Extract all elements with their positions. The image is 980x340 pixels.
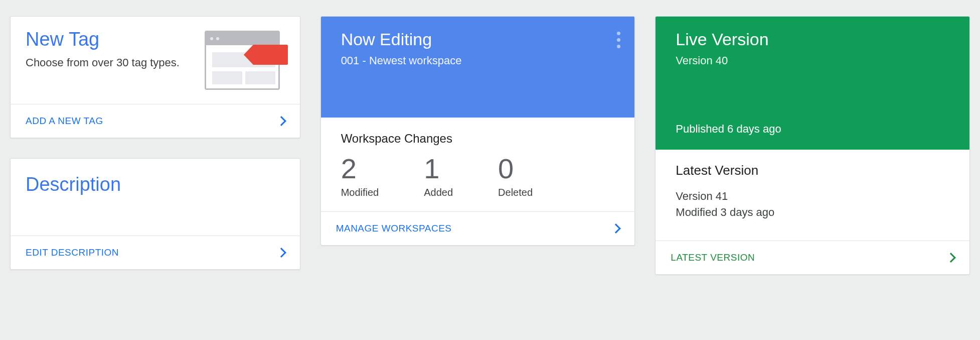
live-version-title: Live Version: [676, 30, 952, 49]
modified-count[interactable]: 2: [341, 155, 379, 183]
description-card: Description EDIT DESCRIPTION: [10, 158, 300, 270]
chevron-right-icon: [276, 116, 286, 126]
more-menu-icon[interactable]: [617, 32, 620, 48]
new-tag-subtitle: Choose from over 30 tag types.: [26, 55, 180, 71]
new-tag-title: New Tag: [26, 29, 180, 50]
latest-version-button[interactable]: LATEST VERSION: [656, 241, 969, 274]
edit-description-button[interactable]: EDIT DESCRIPTION: [11, 236, 300, 269]
workspace-changes-title: Workspace Changes: [341, 132, 615, 146]
now-editing-workspace: 001 - Newest workspace: [341, 54, 618, 67]
modified-label: Modified: [341, 187, 379, 198]
chevron-right-icon: [611, 223, 621, 234]
new-tag-card: New Tag Choose from over 30 tag types. A…: [10, 16, 300, 138]
latest-version-number: Version 41: [676, 188, 949, 204]
latest-version-modified: Modified 3 days ago: [676, 204, 949, 220]
deleted-count[interactable]: 0: [498, 155, 533, 183]
latest-version-heading: Latest Version: [676, 163, 949, 178]
live-version-number: Version 40: [676, 54, 952, 67]
add-new-tag-label: ADD A NEW TAG: [26, 116, 103, 127]
deleted-label: Deleted: [498, 187, 533, 198]
added-label: Added: [424, 187, 453, 198]
manage-workspaces-button[interactable]: MANAGE WORKSPACES: [321, 211, 635, 245]
chevron-right-icon: [946, 253, 956, 263]
now-editing-title: Now Editing: [341, 30, 618, 49]
chevron-right-icon: [276, 248, 286, 258]
published-time: Published 6 days ago: [676, 123, 952, 136]
added-count[interactable]: 1: [424, 155, 453, 183]
description-title: Description: [26, 174, 285, 195]
add-new-tag-button[interactable]: ADD A NEW TAG: [11, 104, 300, 138]
live-version-card: Live Version Version 40 Published 6 days…: [655, 16, 970, 275]
edit-description-label: EDIT DESCRIPTION: [26, 247, 119, 258]
latest-version-label: LATEST VERSION: [671, 252, 755, 263]
tag-illustration-icon: [205, 31, 285, 91]
manage-workspaces-label: MANAGE WORKSPACES: [336, 223, 452, 234]
now-editing-card: Now Editing 001 - Newest workspace Works…: [320, 16, 635, 246]
